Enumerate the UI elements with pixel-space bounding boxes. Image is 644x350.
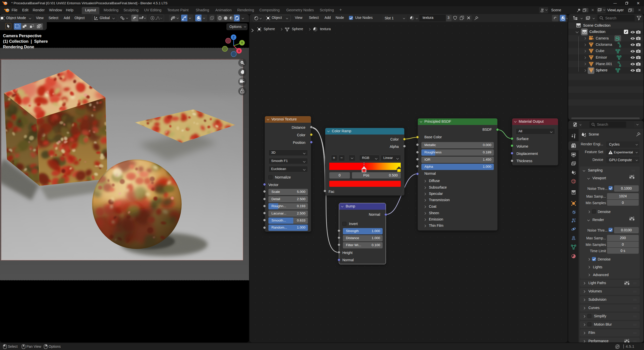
svg-text:Y: Y	[241, 41, 243, 45]
svg-text:Z: Z	[233, 36, 234, 39]
svg-text:X: X	[238, 49, 240, 53]
